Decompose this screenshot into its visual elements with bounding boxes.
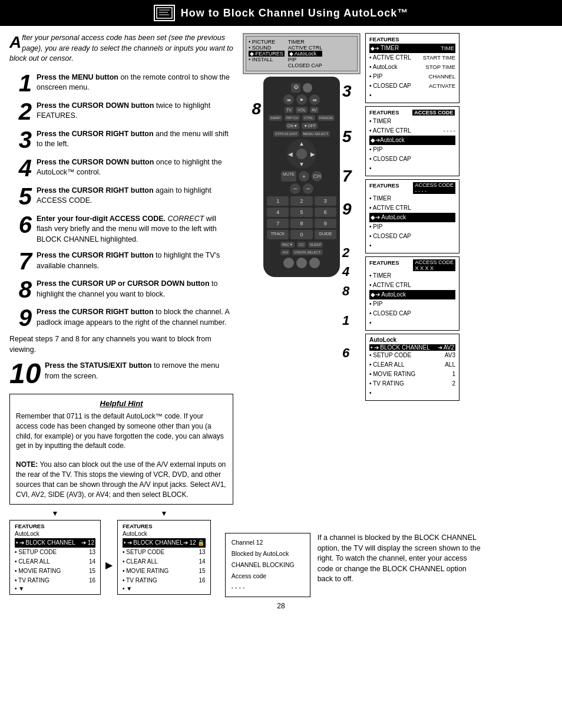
intro-body: fter your personal access code has been … [9,34,233,62]
remote-btn-off[interactable]: ▼OFF [302,123,318,129]
bs-rs2: • CLEAR ALL [123,557,158,566]
remote-num-5[interactable]: 5 [290,207,312,217]
page-number: 28 [0,599,562,612]
step-text-7: Press the CURSOR RIGHT button to highlig… [37,249,233,271]
remote-btn-sleep[interactable]: SLEEP [308,242,323,248]
remote-btn-swap[interactable]: SWAP [269,115,282,121]
bs-rs3: • MOVIE RATING [123,566,168,576]
step-7: 7 Press the CURSOR RIGHT button to highl… [9,249,233,273]
remote-statusmenu-row: STATUS EXIT MENU SELECT [267,131,336,137]
remote-num-4[interactable]: 4 [267,207,289,217]
panel1-pip: • PIP CHANNEL [369,72,455,81]
panel4-timer: • TIMER [369,271,455,281]
remote-btn-b1[interactable] [283,258,294,268]
remote-num-1[interactable]: 1 [267,196,289,206]
remote-btn-vol-plus[interactable]: + [299,171,309,182]
remote-num-2[interactable]: 2 [290,196,312,206]
page-header: How to Block Channel Using AutoLock™ [0,0,562,26]
cb-line-3: CHANNEL BLOCKING [232,559,304,571]
bs-rs4r: 16 [199,576,206,585]
remote-numpad: 1 2 3 4 5 6 7 8 9 TRACK 0 GUIDE [267,196,336,239]
cursor-left[interactable]: ◀ [288,151,293,157]
remote-btn-menu[interactable]: MENU SELECT [302,131,330,137]
repeat-note: Repeat steps 7 and 8 for any channels yo… [9,334,233,355]
remote-btn-ff[interactable]: ⏭ [309,94,320,105]
main-content: A fter your personal access code has bee… [0,26,562,509]
remote-btn-freeze[interactable]: FREEZE [318,115,335,121]
tv-picture: • PICTURE [249,39,285,45]
remote-num-8[interactable]: 8 [290,219,312,228]
remote-num-7[interactable]: 7 [267,219,289,228]
step-label-4-right: 4 [342,265,349,279]
bs-right-tvrating: • TV RATING 16 [123,576,206,585]
remote-btn-power[interactable] [303,83,312,93]
remote-btn-standby[interactable]: ⏻ [291,83,300,93]
step6-bold: Enter your four-digit ACCESS CODE. [37,215,166,223]
remote-num-3[interactable]: 3 [315,196,336,206]
remote-btn-av[interactable]: AV [310,107,319,113]
cursor-center [296,149,307,159]
remote-btn-status[interactable]: STATUS EXIT [273,131,299,137]
al-setup-right: AV3 [445,351,455,360]
left-column: A fter your personal access code has bee… [9,33,233,505]
bs-left-clear: • CLEAR ALL 14 [15,557,95,566]
panel4-ac-box: ACCESS CODEX X X X [413,259,455,271]
remote-btn-ctrl[interactable]: CTRL [302,115,315,121]
remote-num-0[interactable]: 0 [290,230,312,239]
screen-panels-column: FEATURES ◆➔ TIMER TIME • ACTIVE CTRL STA… [365,33,459,401]
bs-left-autolock: AutoLock [15,531,95,537]
autolock-empty: • [369,388,455,398]
remote-btn-pip[interactable]: PIP CH [285,115,300,121]
remote-btn-av2[interactable]: A/V [280,249,290,255]
bs-rs4: • TV RATING [123,576,157,585]
panel1-arrow: ◆➔ [371,44,379,52]
bottom-screen-area: ▼ FEATURES AutoLock • ➔ BLOCK CHANNEL ➔ … [0,509,562,599]
bottom-arrow-right: ▶ [105,509,113,597]
remote-btn-play[interactable]: ▶ [296,94,307,105]
panel1-autolock: • AutoLock STOP TIME [369,62,455,72]
tv-sound: • SOUND [249,45,285,51]
remote-btn-on[interactable]: ON▼ [286,123,299,129]
step-label-8-right: 8 [342,284,349,298]
bs-right-bullet: • ➔ [124,538,132,548]
autolock-setupcode: • SETUP CODE AV3 [369,351,455,360]
remote-btn-rw[interactable]: ⏮ [283,94,294,105]
hint-title: Helpful Hint [16,399,227,408]
panel1-item-timer: ◆➔ TIMER TIME [369,44,455,53]
step-label-6-right: 6 [342,346,349,360]
step1-bold: Press the MENU button [37,73,118,81]
panel2-pip: • PIP [369,145,455,154]
remote-btn-tv[interactable]: TV [285,107,293,113]
autolock-clearall: • CLEAR ALL ALL [369,360,455,370]
cb-line-5: - - - - [232,582,304,593]
cursor-right[interactable]: ▶ [310,151,315,157]
step8-bold: Press the CURSOR UP or CURSOR DOWN butto… [37,279,210,288]
remote-btn-b3[interactable] [309,258,320,268]
remote-btn-mute[interactable]: MUTE [281,171,296,182]
remote-num-9[interactable]: 9 [315,219,336,228]
remote-btn-vision[interactable]: VISION SELECT [292,249,322,255]
al-block-label: BLOCK CHANNEL [380,344,429,351]
cb-line-2: Blocked by AutoLock [232,548,304,559]
cursor-up[interactable]: ▲ [299,140,305,147]
remote-btn-b2[interactable] [296,258,307,268]
step-label-7-right: 7 [342,167,352,186]
remote-btn-vol[interactable]: VOL [296,107,308,113]
step5-bold: Press the CURSOR RIGHT button [37,186,154,195]
panel2-timer: • TIMER [369,117,455,126]
remote-control: ⏻ ⏮ ▶ ⏭ TV VOL AV [263,77,340,277]
cursor-down[interactable]: ▼ [299,161,305,167]
remote-btn-rec[interactable]: REC▼ [280,242,295,248]
remote-btn-ch-plus[interactable]: CH [312,171,322,182]
remote-power-row: ⏻ [267,83,336,93]
remote-btn-ch-minus[interactable]: − [303,183,313,194]
remote-num-6[interactable]: 6 [315,207,336,217]
remote-btn-vol-minus[interactable]: − [290,183,300,194]
step-number-2: 2 [9,100,32,123]
remote-num-track[interactable]: TRACK [267,230,289,239]
intro-text: A fter your personal access code has bee… [9,33,233,64]
panel1-activectrl: • ACTIVE CTRL START TIME [369,53,455,62]
remote-num-guide[interactable]: GUIDE [315,230,336,239]
al-bullet-block: • ➔ [371,344,379,351]
remote-btn-cc[interactable]: CC [297,242,306,248]
